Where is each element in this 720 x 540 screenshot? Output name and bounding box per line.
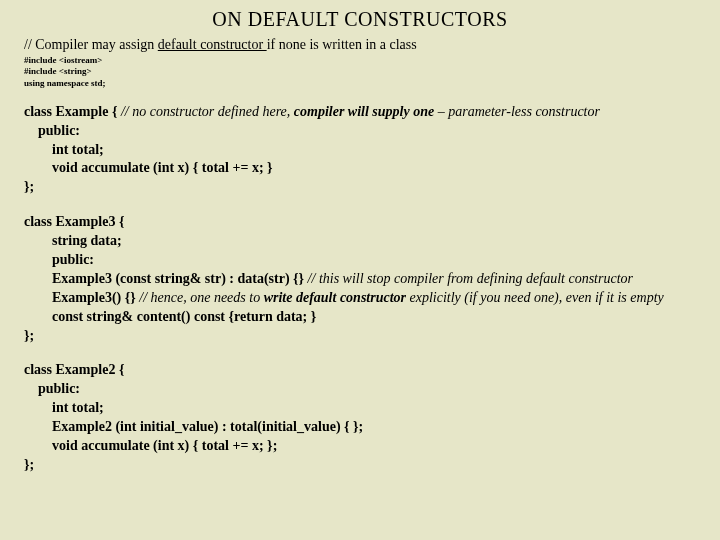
include-2: #include <string> xyxy=(24,66,696,77)
ex3-ctor1-code: Example3 (const string& str) : data(str)… xyxy=(52,271,304,286)
ex1-public: public: xyxy=(24,122,696,141)
ex3-ctor2: Example3() {} // hence, one needs to wri… xyxy=(24,289,696,308)
intro-line: // Compiler may assign default construct… xyxy=(24,37,696,53)
ex3-ctor2-code: Example3() {} xyxy=(52,290,136,305)
ex1-close: }; xyxy=(24,178,696,197)
ex1-head-code: class Example { xyxy=(24,104,121,119)
ex3-close: }; xyxy=(24,327,696,346)
intro-underline: default constructor xyxy=(158,37,267,52)
ex3-ctor1: Example3 (const string& str) : data(str)… xyxy=(24,270,696,289)
ex3-data: string data; xyxy=(24,232,696,251)
ex1-head-comment-tail: – parameter-less constructor xyxy=(434,104,600,119)
slide: ON DEFAULT CONSTRUCTORS // Compiler may … xyxy=(0,0,720,501)
ex3-public: public: xyxy=(24,251,696,270)
ex2-acc: void accumulate (int x) { total += x; }; xyxy=(24,437,696,456)
ex2-ctor: Example2 (int initial_value) : total(ini… xyxy=(24,418,696,437)
ex3-head: class Example3 { xyxy=(24,213,696,232)
ex2-public: public: xyxy=(24,380,696,399)
include-lines: #include <iostream> #include <string> us… xyxy=(24,55,696,89)
ex1-acc: void accumulate (int x) { total += x; } xyxy=(24,159,696,178)
intro-prefix: // Compiler may assign xyxy=(24,37,158,52)
ex3-ctor2-cb: write default constructor xyxy=(264,290,406,305)
slide-title: ON DEFAULT CONSTRUCTORS xyxy=(24,8,696,31)
ex2-close: }; xyxy=(24,456,696,475)
ex1-head-comment: // no constructor defined here, xyxy=(121,104,294,119)
example3-block: class Example3 { string data; public: Ex… xyxy=(24,213,696,345)
example1-block: class Example { // no constructor define… xyxy=(24,103,696,197)
ex2-head: class Example2 { xyxy=(24,361,696,380)
example2-block: class Example2 { public: int total; Exam… xyxy=(24,361,696,474)
ex2-total: int total; xyxy=(24,399,696,418)
intro-suffix: if none is written in a class xyxy=(267,37,417,52)
ex3-ctor2-c1: // hence, one needs to xyxy=(136,290,264,305)
ex1-head-comment-b: compiler will supply one xyxy=(294,104,434,119)
ex3-content: const string& content() const {return da… xyxy=(24,308,696,327)
include-3: using namespace std; xyxy=(24,78,696,89)
ex1-total: int total; xyxy=(24,141,696,160)
include-1: #include <iostream> xyxy=(24,55,696,66)
ex1-head: class Example { // no constructor define… xyxy=(24,103,696,122)
ex3-ctor1-comment: // this will stop compiler from defining… xyxy=(304,271,633,286)
ex3-ctor2-c2: explicitly (if you need one), even if it… xyxy=(406,290,664,305)
